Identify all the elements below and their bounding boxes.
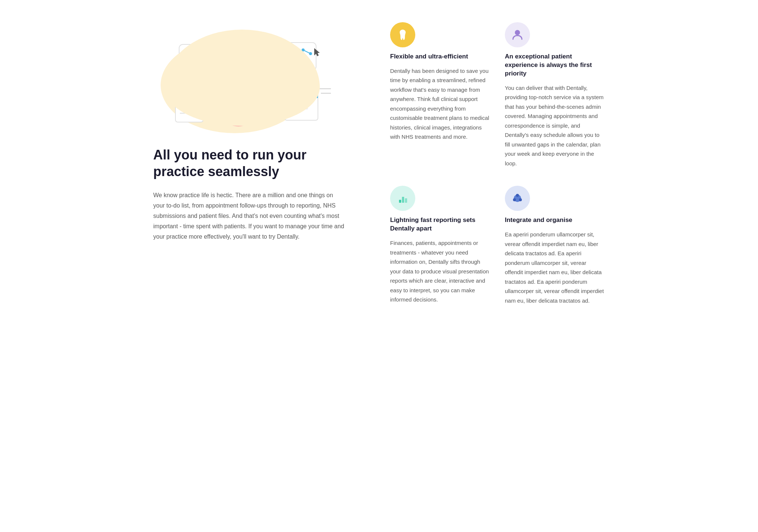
feature-card-reporting: Lightning fast reporting sets Dentally a… [390, 186, 490, 305]
feature-text-flexible: Dentally has been designed to save you t… [390, 66, 490, 142]
main-heading: All you need to run your practice seamle… [153, 147, 331, 180]
svg-point-45 [515, 30, 520, 35]
feature-title-patient: An exceptional patient experience is alw… [505, 53, 605, 78]
feature-card-patient: An exceptional patient experience is alw… [505, 22, 605, 168]
feature-card-flexible: Flexible and ultra-efficientDentally has… [390, 22, 490, 168]
feature-text-integrate: Ea aperiri ponderum ullamcorper sit, ver… [505, 230, 605, 305]
feature-title-reporting: Lightning fast reporting sets Dentally a… [390, 216, 490, 233]
svg-rect-46 [399, 200, 401, 203]
feature-text-patient: You can deliver that with Dentally, prov… [505, 83, 605, 168]
svg-rect-47 [402, 197, 404, 203]
integrate-icon [505, 186, 530, 211]
main-description: We know practice life is hectic. There a… [153, 190, 346, 242]
feature-text-reporting: Finances, patients, appointments or trea… [390, 238, 490, 304]
right-column: Flexible and ultra-efficientDentally has… [390, 22, 605, 305]
svg-point-52 [519, 198, 522, 201]
left-column: + All you need to run your practice seam… [153, 22, 368, 242]
svg-point-50 [516, 194, 519, 197]
illustration-container: + [153, 22, 346, 136]
svg-point-21 [309, 52, 312, 55]
chart-icon [390, 186, 415, 211]
feature-card-integrate: Integrate and organiseEa aperiri ponderu… [505, 186, 605, 305]
page-container: + All you need to run your practice seam… [138, 0, 620, 327]
feature-title-flexible: Flexible and ultra-efficient [390, 53, 490, 61]
feature-title-integrate: Integrate and organise [505, 216, 605, 225]
svg-rect-48 [405, 198, 407, 203]
tooth-icon [390, 22, 415, 47]
svg-point-51 [513, 198, 516, 201]
patient-icon [505, 22, 530, 47]
